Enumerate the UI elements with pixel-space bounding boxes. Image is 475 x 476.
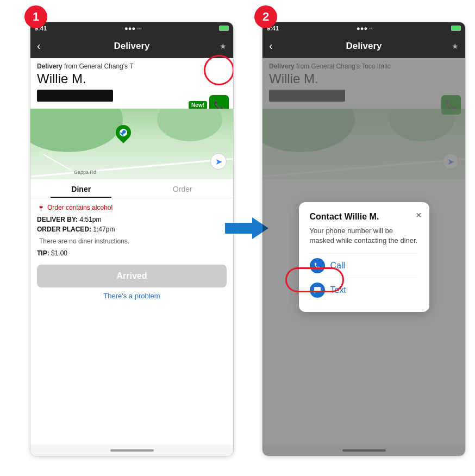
diner-name-1: Willie M.: [37, 71, 190, 86]
modal-title: Contact Willie M.: [310, 212, 418, 222]
problem-link-1[interactable]: There's a problem: [37, 292, 227, 300]
battery-icon-1: [219, 26, 229, 31]
modal-description: Your phone number will be masked while c…: [310, 226, 418, 246]
modal-overlay: × Contact Willie M. Your phone number wi…: [262, 58, 465, 456]
arrow-container: [225, 217, 268, 239]
star-icon-1[interactable]: ★: [220, 42, 227, 51]
nav-bar-1: ‹ Delivery ★: [30, 34, 233, 58]
text-action[interactable]: Text: [310, 278, 418, 302]
status-bar-2: 9:41 ●●● ◦◦: [262, 22, 465, 34]
no-instructions-1: There are no diner instructions.: [37, 237, 227, 245]
wine-icon-1: 🍷: [37, 204, 45, 211]
map-area-1: Gappa Rd 👤 ➤: [30, 109, 233, 179]
map-pin-inner-1: 👤: [120, 129, 127, 136]
status-signal-2: ●●● ◦◦: [357, 25, 373, 32]
screen1: 9:41 ●●● ◦◦ ‹ Delivery ★ Delivery from G…: [30, 22, 234, 456]
arrow-shape: [225, 217, 268, 239]
screen2: 9:41 ●●● ◦◦ ‹ Delivery ★ Delivery from G…: [262, 22, 466, 456]
screen-body-2: Delivery from General Chang's Toco Itali…: [262, 58, 465, 456]
back-button-2[interactable]: ‹: [269, 40, 273, 52]
map-hill-1: [30, 109, 123, 152]
step1-badge: 1: [24, 5, 47, 28]
nav-title-2: Delivery: [346, 41, 382, 52]
contact-modal: × Contact Willie M. Your phone number wi…: [299, 202, 429, 312]
text-label: Text: [330, 285, 346, 295]
map-road-2: [43, 154, 72, 171]
step2-badge: 2: [254, 5, 277, 28]
modal-close-btn[interactable]: ×: [416, 210, 422, 221]
screen-body-1: Delivery from General Chang's T Willie M…: [30, 58, 233, 456]
home-indicator-1: [30, 445, 233, 456]
tab-diner-1[interactable]: Diner: [30, 179, 132, 198]
star-icon-2[interactable]: ★: [452, 42, 459, 51]
map-road-1: [31, 158, 233, 177]
map-compass-1: ➤: [210, 153, 227, 170]
status-signal-1: ●●● ◦◦: [124, 25, 141, 32]
arrived-btn-1[interactable]: Arrived: [37, 265, 227, 287]
map-hill-2: [157, 109, 222, 141]
nav-bar-2: ‹ Delivery ★: [262, 34, 465, 58]
home-bar-1: [110, 449, 154, 452]
call-action[interactable]: Call: [310, 253, 418, 278]
tabs-1: Diner Order: [30, 179, 233, 198]
order-placed-row-1: ORDER PLACED: 1:47pm: [37, 226, 227, 233]
back-button-1[interactable]: ‹: [37, 40, 41, 52]
text-action-icon: [310, 283, 325, 298]
content-area-1: 🍷 Order contains alcohol DELIVER BY: 4:5…: [30, 198, 233, 305]
battery-icon-2: [451, 26, 461, 31]
tab-order-1[interactable]: Order: [132, 179, 234, 198]
status-bar-1: 9:41 ●●● ◦◦: [30, 22, 233, 34]
delivery-from-1: Delivery from General Chang's T: [37, 62, 190, 70]
nav-title-1: Delivery: [114, 41, 149, 52]
alcohol-warning-1: 🍷 Order contains alcohol: [37, 204, 227, 211]
call-action-icon: [310, 258, 325, 273]
arrow-body: [225, 223, 252, 234]
compass-icon-1: ➤: [215, 156, 222, 167]
redacted-bar-1: [37, 90, 113, 102]
call-label: Call: [330, 261, 346, 271]
tip-row-1: TIP: $1.00: [37, 249, 227, 257]
person-icon-1: 👤: [119, 129, 127, 137]
new-badge-1: New!: [189, 101, 207, 109]
map-road-label-1: Gappa Rd: [74, 170, 96, 175]
deliver-by-row-1: DELIVER BY: 4:51pm: [37, 216, 227, 223]
